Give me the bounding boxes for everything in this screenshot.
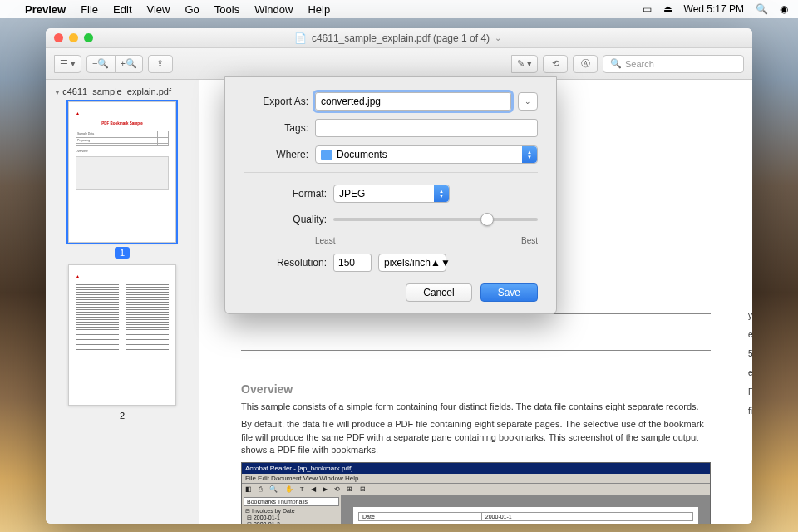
chevron-down-icon: ⌄ <box>495 33 501 42</box>
zoom-out-button[interactable]: −🔍 <box>86 55 115 73</box>
menu-help[interactable]: Help <box>308 3 330 16</box>
page-thumbnail-1[interactable]: ▲ PDF Bookmark Sample Sample DataPrepari… <box>68 101 176 258</box>
sidebar-toggle-button[interactable]: ☰ ▾ <box>54 55 81 73</box>
quality-best-label: Best <box>521 236 538 245</box>
document-icon: 📄 <box>294 32 307 44</box>
export-dialog: Export As: ⌄ Tags: Where: Documents ▲▼ F… <box>224 76 557 314</box>
minimize-button[interactable] <box>69 33 78 42</box>
spotlight-icon[interactable]: 🔍 <box>756 3 768 15</box>
doc-paragraph: This sample consists of a simple form co… <box>241 401 711 413</box>
zoom-in-button[interactable]: +🔍 <box>115 55 143 73</box>
peeking-table-cells: y er 5.4 e. F file. <box>748 306 752 421</box>
folder-icon <box>321 150 332 160</box>
airplay-icon[interactable]: ▭ <box>643 3 652 15</box>
siri-icon[interactable]: ◉ <box>780 3 788 15</box>
menu-tools[interactable]: Tools <box>214 3 239 16</box>
window-title[interactable]: 📄 c4611_sample_explain.pdf (page 1 of 4)… <box>93 32 702 44</box>
quality-label: Quality: <box>244 214 327 225</box>
where-label: Where: <box>244 149 308 160</box>
where-select[interactable]: Documents ▲▼ <box>315 145 538 164</box>
quality-least-label: Least <box>315 236 335 245</box>
resolution-unit-select[interactable]: pixels/inch ▲▼ <box>378 254 446 272</box>
export-as-label: Export As: <box>244 96 308 107</box>
doc-heading-overview: Overview <box>241 382 711 396</box>
resolution-input[interactable] <box>333 254 372 272</box>
expand-dialog-button[interactable]: ⌄ <box>518 92 538 111</box>
zoom-button[interactable] <box>84 33 93 42</box>
tags-input[interactable] <box>315 119 538 137</box>
resolution-label: Resolution: <box>244 257 327 268</box>
window-titlebar[interactable]: 📄 c4611_sample_explain.pdf (page 1 of 4)… <box>46 28 752 48</box>
page-thumbnail-2[interactable]: ▲ 2 <box>68 264 176 421</box>
menu-edit[interactable]: Edit <box>113 3 131 16</box>
share-button[interactable]: ⇪ <box>148 55 173 73</box>
system-menubar: Preview File Edit View Go Tools Window H… <box>0 0 798 18</box>
save-button[interactable]: Save <box>480 283 538 302</box>
menu-view[interactable]: View <box>147 3 170 16</box>
menu-file[interactable]: File <box>81 3 98 16</box>
doc-paragraph: By default, the data file will produce a… <box>241 418 711 456</box>
markup-button[interactable]: Ⓐ <box>573 55 598 73</box>
quality-slider[interactable] <box>333 211 538 228</box>
toolbar: ☰ ▾ −🔍 +🔍 ⇪ ✎ ▾ ⟲ Ⓐ 🔍 Search <box>46 48 752 80</box>
search-field[interactable]: 🔍 Search <box>603 55 744 73</box>
format-label: Format: <box>244 188 327 200</box>
format-select[interactable]: JPEG ▲▼ <box>333 185 450 203</box>
menu-go[interactable]: Go <box>185 3 199 16</box>
export-filename-input[interactable] <box>315 92 511 111</box>
cancel-button[interactable]: Cancel <box>406 283 471 302</box>
eject-icon[interactable]: ⏏ <box>663 3 672 15</box>
tags-label: Tags: <box>244 122 308 134</box>
highlight-button[interactable]: ✎ ▾ <box>511 55 538 73</box>
sidebar-filename[interactable]: c4611_sample_explain.pdf <box>54 86 190 96</box>
thumbnail-sidebar: c4611_sample_explain.pdf ▲ PDF Bookmark … <box>46 80 200 524</box>
rotate-button[interactable]: ⟲ <box>543 55 568 73</box>
app-menu[interactable]: Preview <box>25 3 66 16</box>
embedded-screenshot: Acrobat Reader - [ap_bookmark.pdf] File … <box>241 462 711 524</box>
close-button[interactable] <box>54 33 63 42</box>
search-icon: 🔍 <box>610 58 622 69</box>
menu-window[interactable]: Window <box>254 3 293 16</box>
menubar-clock[interactable]: Wed 5:17 PM <box>684 3 744 15</box>
